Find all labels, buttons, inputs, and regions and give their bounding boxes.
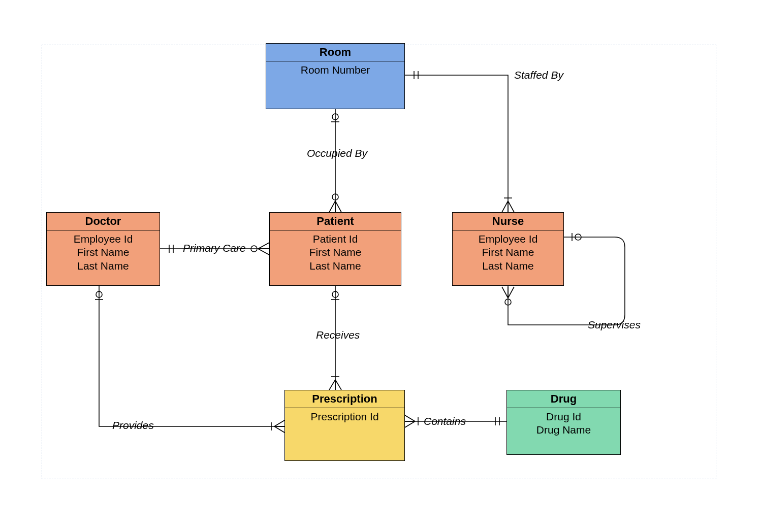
attr: First Name xyxy=(453,246,563,259)
entity-room-attrs: Room Number xyxy=(266,61,404,77)
attr: Drug Id xyxy=(507,410,620,423)
attr: First Name xyxy=(47,246,160,259)
entity-doctor[interactable]: Doctor Employee Id First Name Last Name xyxy=(46,212,160,286)
entity-room-title: Room xyxy=(266,44,404,61)
svg-line-44 xyxy=(508,287,514,298)
entity-patient[interactable]: Patient Patient Id First Name Last Name xyxy=(269,212,401,286)
svg-line-36 xyxy=(405,421,415,427)
svg-line-4 xyxy=(329,201,335,212)
svg-line-5 xyxy=(335,201,341,212)
attr: Employee Id xyxy=(47,232,160,246)
entity-drug[interactable]: Drug Drug Id Drug Name xyxy=(506,390,621,455)
attr: Room Number xyxy=(266,63,404,77)
rel-provides: Provides xyxy=(112,419,154,431)
entity-room[interactable]: Room Room Number xyxy=(266,43,405,109)
attr: Prescription Id xyxy=(285,410,404,423)
entity-drug-title: Drug xyxy=(507,390,620,408)
attr: Employee Id xyxy=(453,232,563,246)
svg-line-43 xyxy=(502,287,508,298)
rel-contains: Contains xyxy=(424,415,466,427)
entity-prescription[interactable]: Prescription Prescription Id xyxy=(284,390,405,461)
svg-line-24 xyxy=(329,380,335,390)
rel-receives: Receives xyxy=(316,329,360,341)
entity-drug-attrs: Drug Id Drug Name xyxy=(507,408,620,437)
entity-patient-attrs: Patient Id First Name Last Name xyxy=(270,230,401,273)
svg-line-25 xyxy=(335,380,341,390)
rel-primary-care: Primary Care xyxy=(183,242,246,254)
svg-line-18 xyxy=(258,249,269,255)
attr: Last Name xyxy=(270,259,401,273)
svg-line-35 xyxy=(405,415,415,421)
entity-doctor-attrs: Employee Id First Name Last Name xyxy=(47,230,160,273)
entity-prescription-attrs: Prescription Id xyxy=(285,408,404,423)
svg-line-30 xyxy=(274,420,284,426)
entity-prescription-title: Prescription xyxy=(285,390,404,408)
svg-line-11 xyxy=(508,201,514,212)
rel-staffed-by: Staffed By xyxy=(514,69,563,81)
svg-line-31 xyxy=(274,426,284,433)
svg-line-10 xyxy=(502,201,508,212)
entity-doctor-title: Doctor xyxy=(47,213,160,230)
attr: First Name xyxy=(270,246,401,259)
attr: Patient Id xyxy=(270,232,401,246)
rel-occupied-by: Occupied By xyxy=(307,147,367,159)
entity-patient-title: Patient xyxy=(270,213,401,230)
entity-nurse-attrs: Employee Id First Name Last Name xyxy=(453,230,563,273)
entity-nurse[interactable]: Nurse Employee Id First Name Last Name xyxy=(452,212,564,286)
attr: Last Name xyxy=(47,259,160,273)
attr: Last Name xyxy=(453,259,563,273)
rel-supervises: Supervises xyxy=(588,319,641,331)
entity-nurse-title: Nurse xyxy=(453,213,563,230)
attr: Drug Name xyxy=(507,423,620,437)
svg-line-17 xyxy=(258,243,269,249)
